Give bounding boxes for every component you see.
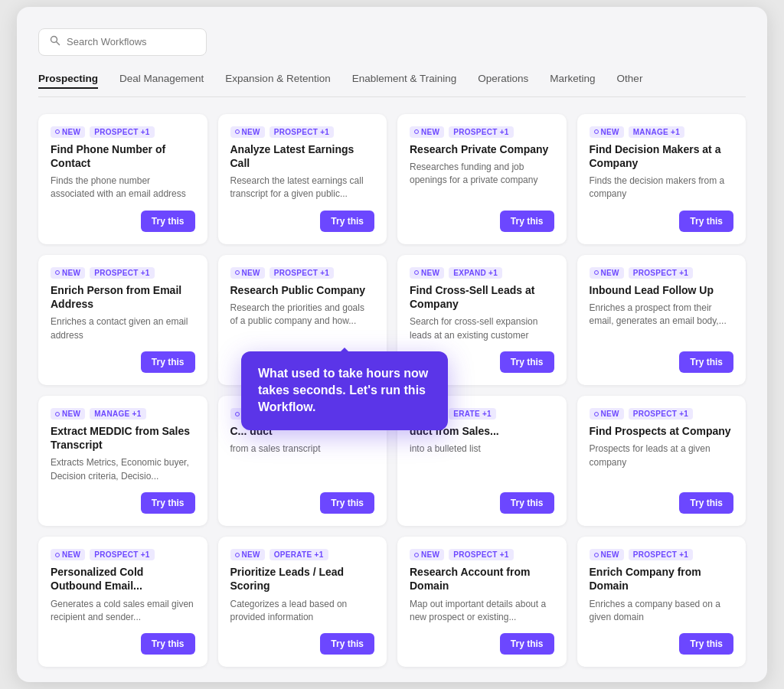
- try-button-10[interactable]: Try this: [500, 492, 554, 514]
- badge-new: NEW: [51, 267, 85, 279]
- badge-new: NEW: [51, 126, 85, 138]
- badge-manage--1: MANAGE +1: [90, 408, 145, 420]
- card-desc-13: Categorizes a lead based on provided inf…: [230, 598, 375, 625]
- card-desc-5: Research the priorities and goals of a p…: [230, 302, 375, 342]
- try-button-14[interactable]: Try this: [500, 633, 554, 655]
- try-button-0[interactable]: Try this: [141, 211, 195, 232]
- badge-prospect--1: PROSPECT +1: [449, 126, 514, 138]
- workflow-card-7: NEWPROSPECT +1Inbound Lead Follow UpEnri…: [577, 255, 746, 385]
- badge-new: NEW: [51, 408, 85, 420]
- workflow-card-0: NEWPROSPECT +1Find Phone Number of Conta…: [38, 114, 207, 244]
- nav-tab-other[interactable]: Other: [617, 73, 643, 89]
- try-button-3[interactable]: Try this: [679, 211, 733, 232]
- badge-prospect--1: PROSPECT +1: [90, 267, 155, 279]
- try-button-9[interactable]: Try this: [320, 492, 374, 514]
- search-icon: [50, 35, 60, 49]
- card-title-3: Find Decision Makers at a Company: [590, 142, 734, 170]
- badge-new: NEW: [230, 126, 265, 138]
- try-button-4[interactable]: Try this: [141, 351, 195, 373]
- card-desc-14: Map out important details about a new pr…: [410, 598, 554, 625]
- card-desc-6: Search for cross-sell expansion leads at…: [410, 315, 554, 342]
- badge-prospect--1: PROSPECT +1: [90, 126, 155, 138]
- badge-new: NEW: [230, 549, 265, 560]
- nav-tab-enablement---training[interactable]: Enablement & Training: [352, 73, 457, 89]
- card-title-0: Find Phone Number of Contact: [51, 142, 195, 170]
- card-desc-11: Prospects for leads at a given company: [590, 442, 734, 483]
- badge-new: NEW: [590, 267, 624, 279]
- try-button-1[interactable]: Try this: [320, 211, 374, 232]
- card-badges-6: NEWEXPAND +1: [410, 267, 554, 279]
- try-button-8[interactable]: Try this: [141, 492, 195, 514]
- card-badges-0: NEWPROSPECT +1: [51, 126, 195, 138]
- card-badges-11: NEWPROSPECT +1: [590, 408, 734, 420]
- card-title-15: Enrich Company from Domain: [590, 565, 734, 593]
- workflow-card-11: NEWPROSPECT +1Find Prospects at CompanyP…: [577, 396, 746, 526]
- search-input[interactable]: [67, 36, 195, 47]
- card-badges-8: NEWMANAGE +1: [51, 408, 195, 420]
- card-title-2: Research Private Company: [410, 142, 554, 156]
- try-button-15[interactable]: Try this: [679, 633, 733, 655]
- badge-prospect--1: PROSPECT +1: [629, 267, 694, 279]
- card-title-5: Research Public Company: [230, 283, 375, 297]
- card-title-11: Find Prospects at Company: [590, 424, 734, 438]
- card-title-6: Find Cross-Sell Leads at Company: [410, 283, 554, 311]
- card-desc-4: Enriches a contact given an email addres…: [51, 315, 195, 342]
- search-bar[interactable]: [38, 28, 207, 56]
- try-button-7[interactable]: Try this: [679, 351, 733, 373]
- workflow-card-3: NEWMANAGE +1Find Decision Makers at a Co…: [577, 114, 746, 244]
- card-badges-3: NEWMANAGE +1: [590, 126, 734, 138]
- workflow-card-1: NEWPROSPECT +1Analyze Latest Earnings Ca…: [218, 114, 387, 244]
- workflow-card-15: NEWPROSPECT +1Enrich Company from Domain…: [577, 537, 746, 667]
- workflow-card-12: NEWPROSPECT +1Personalized Cold Outbound…: [38, 537, 207, 667]
- card-desc-1: Research the latest earnings call transc…: [230, 175, 375, 201]
- try-button-2[interactable]: Try this: [500, 211, 554, 232]
- card-badges-15: NEWPROSPECT +1: [590, 549, 734, 560]
- badge-new: NEW: [590, 549, 624, 560]
- nav-tab-deal-management[interactable]: Deal Management: [119, 73, 204, 89]
- try-button-11[interactable]: Try this: [679, 492, 733, 514]
- cards-grid: What used to take hours now takes second…: [38, 114, 746, 668]
- card-title-1: Analyze Latest Earnings Call: [230, 142, 375, 170]
- badge-new: NEW: [410, 267, 444, 279]
- badge-prospect--1: PROSPECT +1: [270, 126, 335, 138]
- workflow-card-8: NEWMANAGE +1Extract MEDDIC from Sales Tr…: [38, 396, 207, 526]
- card-desc-9: from a sales transcript: [230, 442, 375, 483]
- card-desc-0: Finds the phone number associated with a…: [51, 175, 195, 201]
- card-badges-4: NEWPROSPECT +1: [51, 267, 195, 279]
- card-title-12: Personalized Cold Outbound Email...: [51, 565, 195, 593]
- badge-new: NEW: [410, 126, 444, 138]
- badge-manage--1: MANAGE +1: [629, 126, 684, 138]
- try-button-6[interactable]: Try this: [500, 351, 554, 373]
- card-badges-7: NEWPROSPECT +1: [590, 267, 734, 279]
- badge-prospect--1: PROSPECT +1: [629, 549, 694, 560]
- card-desc-15: Enriches a company based on a given doma…: [590, 598, 734, 625]
- workflow-card-14: NEWPROSPECT +1Research Account from Doma…: [397, 537, 567, 667]
- card-title-14: Research Account from Domain: [410, 565, 554, 593]
- badge-new: NEW: [410, 549, 444, 560]
- try-button-12[interactable]: Try this: [141, 633, 195, 655]
- card-title-7: Inbound Lead Follow Up: [590, 283, 734, 297]
- card-badges-1: NEWPROSPECT +1: [230, 126, 375, 138]
- badge-prospect--1: PROSPECT +1: [270, 267, 335, 279]
- nav-tab-operations[interactable]: Operations: [478, 73, 528, 89]
- badge-expand--1: EXPAND +1: [449, 267, 502, 279]
- workflow-card-2: NEWPROSPECT +1Research Private CompanyRe…: [397, 114, 567, 244]
- badge-new: NEW: [590, 126, 624, 138]
- nav-tabs: ProspectingDeal ManagementExpansion & Re…: [38, 73, 746, 97]
- nav-tab-marketing[interactable]: Marketing: [550, 73, 595, 89]
- nav-tab-prospecting[interactable]: Prospecting: [38, 73, 98, 89]
- badge-prospect--1: PROSPECT +1: [629, 408, 694, 420]
- card-title-8: Extract MEDDIC from Sales Transcript: [51, 424, 195, 452]
- badge-new: NEW: [51, 549, 85, 560]
- card-title-4: Enrich Person from Email Address: [51, 283, 195, 311]
- tooltip-text: What used to take hours now takes second…: [258, 367, 428, 414]
- badge-prospect--1: PROSPECT +1: [90, 549, 155, 560]
- card-title-13: Prioritize Leads / Lead Scoring: [230, 565, 375, 593]
- card-desc-10: into a bulleted list: [410, 442, 554, 483]
- nav-tab-expansion---retention[interactable]: Expansion & Retention: [225, 73, 330, 89]
- try-button-13[interactable]: Try this: [320, 633, 374, 655]
- card-desc-2: Researches funding and job openings for …: [410, 161, 554, 201]
- badge-erate--1: ERATE +1: [449, 408, 496, 420]
- card-badges-13: NEWOPERATE +1: [230, 549, 375, 560]
- badge-new: NEW: [590, 408, 624, 420]
